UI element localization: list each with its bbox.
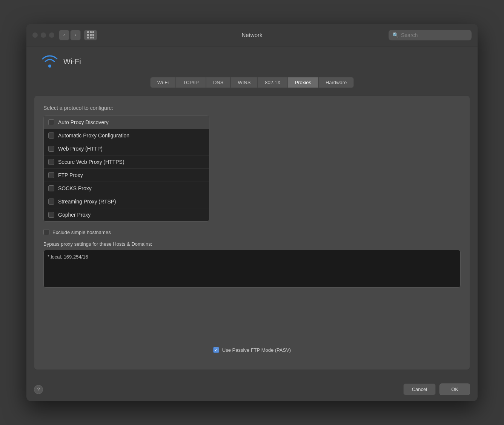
ftp-mode-row: ✓ Use Passive FTP Mode (PASV) [43, 347, 461, 353]
grid-icon [87, 31, 94, 38]
search-bar[interactable]: 🔍 Search [389, 30, 472, 40]
web-proxy-checkbox[interactable] [48, 146, 54, 152]
ok-button[interactable]: OK [439, 383, 470, 395]
tab-hardware[interactable]: Hardware [318, 77, 354, 88]
grid-button[interactable] [84, 30, 97, 40]
close-button[interactable] [32, 32, 38, 38]
auto-proxy-discovery-label: Auto Proxy Discovery [58, 119, 109, 125]
maximize-button[interactable] [49, 32, 54, 38]
secure-web-proxy-label: Secure Web Proxy (HTTPS) [58, 159, 124, 165]
section-label: Select a protocol to configure: [43, 105, 461, 111]
main-content: Wi-Fi Wi-Fi TCP/IP DNS WINS 802.1X Proxi… [26, 46, 478, 377]
list-item[interactable]: Auto Proxy Discovery [44, 116, 209, 129]
wifi-label: Wi-Fi [63, 57, 81, 66]
list-item[interactable]: SOCKS Proxy [44, 182, 209, 195]
gopher-proxy-label: Gopher Proxy [58, 212, 91, 218]
ftp-proxy-label: FTP Proxy [58, 172, 83, 178]
help-button[interactable]: ? [34, 385, 43, 394]
tabs-row: Wi-Fi TCP/IP DNS WINS 802.1X Proxies Har… [34, 77, 470, 88]
proxies-panel: Select a protocol to configure: Auto Pro… [34, 95, 470, 370]
bottom-bar: ? Cancel OK [26, 377, 478, 401]
network-window: ‹ › Network 🔍 Search [26, 24, 478, 401]
auto-proxy-discovery-checkbox[interactable] [48, 119, 54, 125]
forward-button[interactable]: › [70, 30, 81, 40]
streaming-proxy-label: Streaming Proxy (RTSP) [58, 199, 116, 205]
search-placeholder: Search [401, 32, 418, 38]
tab-wins[interactable]: WINS [230, 77, 258, 88]
bypass-label: Bypass proxy settings for these Hosts & … [43, 241, 461, 247]
back-button[interactable]: ‹ [59, 30, 69, 40]
web-proxy-label: Web Proxy (HTTP) [58, 146, 103, 152]
ftp-mode-checkbox[interactable]: ✓ [213, 347, 219, 353]
exclude-hostnames-label: Exclude simple hostnames [52, 229, 111, 235]
socks-proxy-checkbox[interactable] [48, 185, 54, 191]
streaming-proxy-checkbox[interactable] [48, 199, 54, 205]
wifi-icon [41, 54, 58, 69]
protocol-list: Auto Proxy Discovery Automatic Proxy Con… [43, 115, 209, 222]
tab-dns[interactable]: DNS [206, 77, 230, 88]
action-buttons: Cancel OK [403, 383, 470, 395]
tab-proxies[interactable]: Proxies [288, 77, 318, 88]
auto-proxy-config-checkbox[interactable] [48, 132, 54, 139]
traffic-lights [32, 32, 54, 38]
bypass-textarea[interactable]: *.local, 169.254/16 [43, 250, 461, 288]
tab-tcpip[interactable]: TCP/IP [176, 77, 206, 88]
list-item[interactable]: Secure Web Proxy (HTTPS) [44, 156, 209, 169]
ftp-proxy-checkbox[interactable] [48, 172, 54, 178]
titlebar: ‹ › Network 🔍 Search [26, 24, 478, 46]
search-icon: 🔍 [392, 32, 399, 38]
secure-web-proxy-checkbox[interactable] [48, 159, 54, 165]
minimize-button[interactable] [41, 32, 46, 38]
gopher-proxy-checkbox[interactable] [48, 212, 54, 218]
cancel-button[interactable]: Cancel [403, 383, 436, 395]
window-title: Network [241, 32, 262, 38]
list-item[interactable]: Web Proxy (HTTP) [44, 142, 209, 156]
tab-wifi[interactable]: Wi-Fi [150, 77, 176, 88]
tab-8021x[interactable]: 802.1X [258, 77, 287, 88]
list-item[interactable]: Automatic Proxy Configuration [44, 129, 209, 142]
socks-proxy-label: SOCKS Proxy [58, 185, 92, 191]
list-item[interactable]: FTP Proxy [44, 169, 209, 182]
auto-proxy-config-label: Automatic Proxy Configuration [58, 132, 129, 139]
nav-buttons: ‹ › [59, 30, 81, 40]
ftp-mode-label: Use Passive FTP Mode (PASV) [222, 347, 291, 353]
exclude-hostnames-row: Exclude simple hostnames [43, 229, 461, 235]
wifi-header: Wi-Fi [34, 54, 470, 69]
list-item[interactable]: Streaming Proxy (RTSP) [44, 195, 209, 208]
list-item[interactable]: Gopher Proxy [44, 208, 209, 221]
exclude-hostnames-checkbox[interactable] [43, 229, 49, 235]
